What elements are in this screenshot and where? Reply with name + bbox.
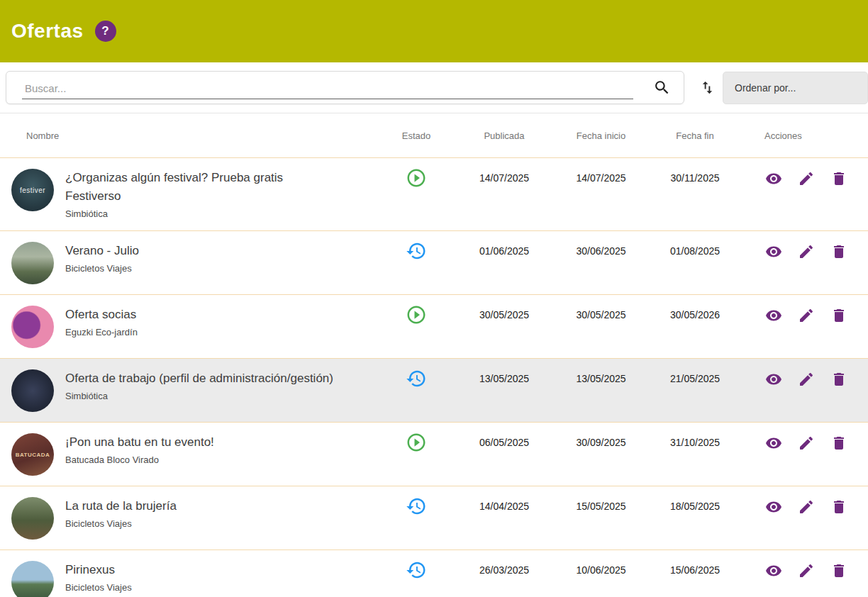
table-row: Oferta socias Eguzki Eco-jardín 30/05/20…	[0, 294, 868, 358]
fecha-fin-date: 30/05/2026	[649, 306, 741, 348]
delete-button[interactable]	[830, 498, 847, 515]
trash-icon	[830, 170, 847, 187]
play-circle-icon	[406, 304, 427, 325]
search-button[interactable]	[653, 79, 671, 96]
column-header-estado: Estado	[377, 130, 455, 141]
delete-button[interactable]	[830, 243, 847, 260]
delete-button[interactable]	[830, 307, 847, 324]
offer-avatar	[11, 497, 54, 540]
offers-list: festiver ¿Organizas algún festival? Prue…	[0, 157, 868, 597]
view-button[interactable]	[765, 371, 782, 388]
table-row: Oferta de trabajo (perfil de administrac…	[0, 358, 868, 422]
fecha-inicio-date: 30/06/2025	[553, 242, 649, 284]
page-title: Ofertas	[11, 20, 84, 43]
delete-button[interactable]	[830, 371, 847, 388]
fecha-fin-date: 31/10/2025	[649, 433, 741, 476]
table-row: Verano - Julio Bicicletos Viajes 01/06/2…	[0, 230, 868, 294]
edit-button[interactable]	[798, 170, 815, 187]
toolbar: Ordenar por...	[0, 62, 868, 113]
offer-avatar: BATUCADA	[11, 433, 54, 476]
trash-icon	[830, 243, 847, 260]
pencil-icon	[798, 371, 815, 388]
column-header-fecha-inicio: Fecha inicio	[553, 130, 649, 141]
view-button[interactable]	[765, 243, 782, 260]
play-circle-icon	[406, 432, 427, 453]
question-mark-icon: ?	[101, 24, 108, 38]
offer-subtitle: Bicicletos Viajes	[65, 517, 370, 530]
sort-direction-button[interactable]	[699, 79, 716, 96]
delete-button[interactable]	[830, 170, 847, 187]
help-button[interactable]: ?	[95, 21, 116, 42]
history-icon	[406, 240, 427, 262]
table-row: La ruta de la brujería Bicicletos Viajes…	[0, 486, 868, 549]
offer-title: Pirinexus	[65, 561, 338, 579]
play-circle-icon	[406, 167, 427, 189]
offer-subtitle: Batucada Bloco Virado	[65, 453, 370, 467]
view-button[interactable]	[765, 562, 782, 579]
publicada-date: 14/07/2025	[455, 169, 553, 221]
fecha-inicio-date: 10/06/2025	[553, 561, 649, 597]
eye-icon	[765, 170, 782, 187]
table-header: Nombre Estado Publicada Fecha inicio Fec…	[0, 113, 868, 157]
status-icon	[377, 496, 455, 540]
edit-button[interactable]	[798, 498, 815, 515]
delete-button[interactable]	[830, 562, 847, 579]
order-by-select[interactable]: Ordenar por...	[723, 72, 868, 104]
history-icon	[406, 496, 427, 517]
view-button[interactable]	[765, 498, 782, 515]
eye-icon	[765, 307, 782, 324]
offer-subtitle: Simbiótica	[65, 207, 370, 221]
publicada-date: 13/05/2025	[455, 369, 553, 412]
trash-icon	[830, 562, 847, 579]
eye-icon	[765, 371, 782, 388]
offer-avatar	[11, 369, 54, 412]
column-header-acciones: Acciones	[741, 130, 868, 141]
offer-title: ¡Pon una batu en tu evento!	[65, 433, 338, 452]
fecha-inicio-date: 30/09/2025	[553, 433, 649, 476]
app-header: Ofertas ?	[0, 0, 868, 62]
eye-icon	[765, 498, 782, 515]
edit-button[interactable]	[798, 562, 815, 579]
offer-avatar	[11, 306, 54, 348]
pencil-icon	[798, 498, 815, 515]
view-button[interactable]	[765, 307, 782, 324]
history-icon	[406, 559, 427, 581]
publicada-date: 14/04/2025	[455, 497, 553, 540]
status-icon	[377, 240, 455, 284]
search-icon	[653, 79, 671, 96]
eye-icon	[765, 243, 782, 260]
fecha-fin-date: 30/11/2025	[649, 169, 741, 221]
offer-title: La ruta de la brujería	[65, 497, 338, 515]
offer-subtitle: Bicicletos Viajes	[65, 262, 370, 275]
edit-button[interactable]	[798, 371, 815, 388]
offer-subtitle: Simbiótica	[65, 389, 370, 403]
fecha-fin-date: 18/05/2025	[649, 497, 741, 540]
publicada-date: 26/03/2025	[455, 561, 553, 597]
offer-title: Verano - Julio	[65, 242, 338, 260]
edit-button[interactable]	[798, 307, 815, 324]
edit-button[interactable]	[798, 435, 815, 452]
column-header-fecha-fin: Fecha fin	[649, 130, 741, 141]
fecha-inicio-date: 14/07/2025	[553, 169, 649, 221]
eye-icon	[765, 562, 782, 579]
history-icon	[406, 368, 427, 389]
column-header-nombre: Nombre	[0, 130, 377, 141]
search-input[interactable]	[22, 76, 633, 99]
edit-button[interactable]	[798, 243, 815, 260]
status-icon	[377, 368, 455, 412]
offer-title: Oferta socias	[65, 306, 338, 324]
publicada-date: 30/05/2025	[455, 306, 553, 348]
offer-avatar: festiver	[11, 169, 54, 211]
view-button[interactable]	[765, 435, 782, 452]
offer-avatar	[11, 561, 54, 597]
fecha-inicio-date: 15/05/2025	[553, 497, 649, 540]
table-row: BATUCADA ¡Pon una batu en tu evento! Bat…	[0, 422, 868, 486]
trash-icon	[830, 307, 847, 324]
trash-icon	[830, 371, 847, 388]
status-icon	[377, 167, 455, 221]
view-button[interactable]	[765, 170, 782, 187]
offer-subtitle: Bicicletos Viajes	[65, 581, 370, 594]
column-header-publicada: Publicada	[455, 130, 553, 141]
sort-arrows-icon	[699, 79, 716, 96]
delete-button[interactable]	[830, 435, 847, 452]
